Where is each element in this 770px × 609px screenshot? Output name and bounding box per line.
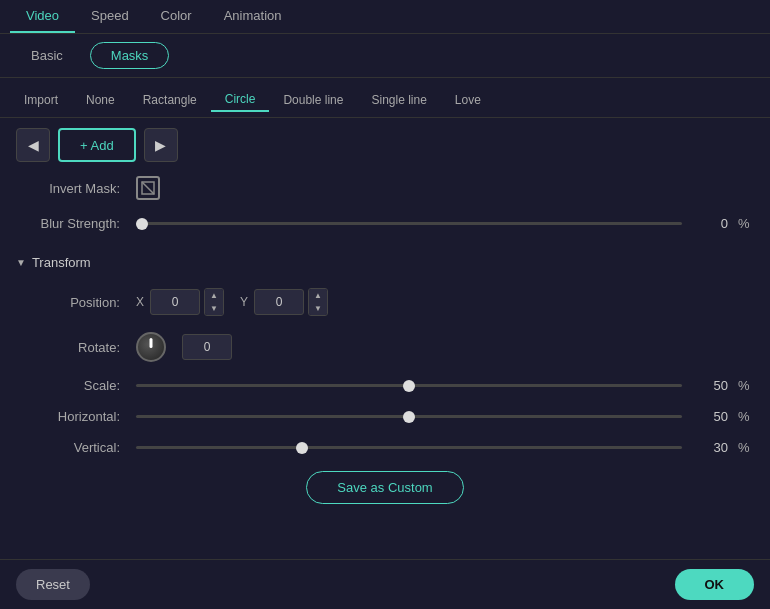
blur-slider[interactable]: [136, 222, 682, 225]
vertical-value: 30: [692, 440, 728, 455]
vertical-slider[interactable]: [136, 446, 682, 449]
horizontal-label: Horizontal:: [16, 409, 136, 424]
position-row: Position: X ▲ ▼ Y ▲ ▼: [16, 288, 754, 316]
rotate-row: Rotate:: [16, 332, 754, 362]
mask-single-line[interactable]: Single line: [357, 89, 440, 111]
y-axis-label: Y: [240, 295, 248, 309]
mask-rectangle[interactable]: Ractangle: [129, 89, 211, 111]
subnav-basic[interactable]: Basic: [10, 42, 84, 69]
position-inputs: X ▲ ▼ Y ▲ ▼: [136, 288, 328, 316]
ok-button[interactable]: OK: [675, 569, 755, 600]
invert-mask-toggle[interactable]: [136, 176, 160, 200]
horizontal-row: Horizontal: 50 %: [16, 409, 754, 424]
blur-value: 0: [692, 216, 728, 231]
bottom-bar: Reset OK: [0, 559, 770, 609]
position-y-up[interactable]: ▲: [309, 289, 327, 302]
tab-video[interactable]: Video: [10, 0, 75, 33]
position-label: Position:: [16, 295, 136, 310]
vertical-label: Vertical:: [16, 440, 136, 455]
top-nav: Video Speed Color Animation: [0, 0, 770, 34]
mask-import[interactable]: Import: [10, 89, 72, 111]
add-button[interactable]: + Add: [58, 128, 136, 162]
blur-unit: %: [738, 216, 754, 231]
horizontal-value: 50: [692, 409, 728, 424]
mask-circle[interactable]: Circle: [211, 88, 270, 112]
prev-button[interactable]: ◀: [16, 128, 50, 162]
vertical-unit: %: [738, 440, 754, 455]
scale-unit: %: [738, 378, 754, 393]
rotate-label: Rotate:: [16, 340, 136, 355]
rotate-value-input[interactable]: [182, 334, 232, 360]
mask-double-line[interactable]: Double line: [269, 89, 357, 111]
position-y-down[interactable]: ▼: [309, 302, 327, 315]
transform-chevron: ▼: [16, 257, 26, 268]
vertical-row: Vertical: 30 %: [16, 440, 754, 455]
scale-value: 50: [692, 378, 728, 393]
tab-speed[interactable]: Speed: [75, 0, 145, 33]
add-bar: ◀ + Add ▶: [16, 128, 754, 162]
invert-mask-label: Invert Mask:: [16, 181, 136, 196]
invert-icon: [141, 181, 155, 195]
reset-button[interactable]: Reset: [16, 569, 90, 600]
sub-nav: Basic Masks: [0, 34, 770, 78]
content-area: ◀ + Add ▶ Invert Mask: Blur Strength: 0 …: [0, 118, 770, 534]
horizontal-slider-container: 50 %: [136, 409, 754, 424]
position-y-input[interactable]: [254, 289, 304, 315]
x-axis-label: X: [136, 295, 144, 309]
horizontal-slider[interactable]: [136, 415, 682, 418]
position-x-spinner: ▲ ▼: [204, 288, 224, 316]
blur-strength-row: Blur Strength: 0 %: [16, 216, 754, 231]
position-x-input[interactable]: [150, 289, 200, 315]
next-button[interactable]: ▶: [144, 128, 178, 162]
position-x-down[interactable]: ▼: [205, 302, 223, 315]
tab-color[interactable]: Color: [145, 0, 208, 33]
position-x-up[interactable]: ▲: [205, 289, 223, 302]
save-custom-button[interactable]: Save as Custom: [306, 471, 463, 504]
rotate-indicator: [150, 338, 153, 348]
invert-mask-row: Invert Mask:: [16, 176, 754, 200]
blur-slider-container: 0 %: [136, 216, 754, 231]
horizontal-unit: %: [738, 409, 754, 424]
position-y-spinner: ▲ ▼: [308, 288, 328, 316]
vertical-slider-container: 30 %: [136, 440, 754, 455]
scale-row: Scale: 50 %: [16, 378, 754, 393]
tab-animation[interactable]: Animation: [208, 0, 298, 33]
mask-love[interactable]: Love: [441, 89, 495, 111]
rotate-knob[interactable]: [136, 332, 166, 362]
scale-slider[interactable]: [136, 384, 682, 387]
transform-label: Transform: [32, 255, 91, 270]
scale-slider-container: 50 %: [136, 378, 754, 393]
scale-label: Scale:: [16, 378, 136, 393]
mask-none[interactable]: None: [72, 89, 129, 111]
rotate-controls: [136, 332, 232, 362]
mask-types-bar: Import None Ractangle Circle Double line…: [0, 78, 770, 118]
subnav-masks[interactable]: Masks: [90, 42, 170, 69]
transform-section-header[interactable]: ▼ Transform: [16, 247, 754, 278]
blur-strength-label: Blur Strength:: [16, 216, 136, 231]
